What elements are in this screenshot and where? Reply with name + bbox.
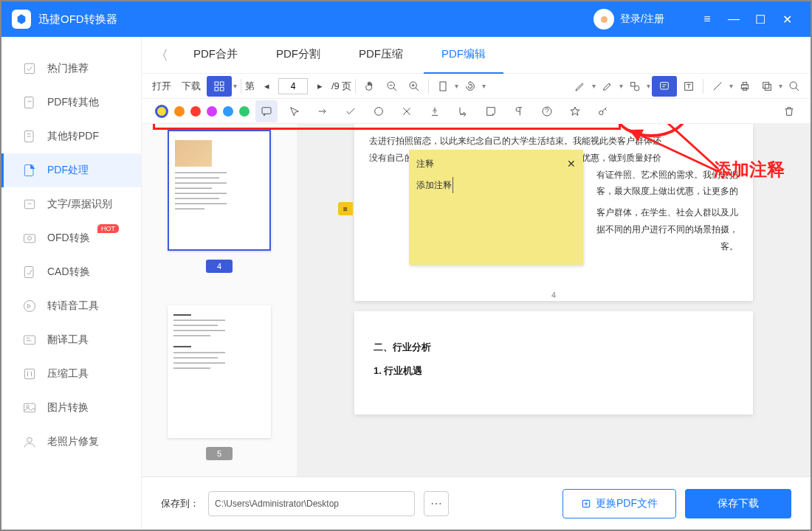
trash-icon[interactable] <box>778 100 800 122</box>
comment-icon[interactable] <box>255 100 278 122</box>
open-button[interactable]: 打开 <box>148 76 176 97</box>
sidebar-item-image[interactable]: 图片转换 <box>1 391 141 425</box>
circle-icon[interactable] <box>368 100 390 122</box>
rotate-icon[interactable] <box>460 76 481 97</box>
cross-icon[interactable] <box>396 100 418 122</box>
note-tool-icon[interactable] <box>652 76 677 97</box>
sidebar-item-ocr[interactable]: 文字/票据识别 <box>1 187 141 221</box>
help-icon[interactable] <box>536 100 558 122</box>
color-blue[interactable] <box>223 106 233 117</box>
tab-edit[interactable]: PDF编辑 <box>424 37 503 74</box>
svg-rect-31 <box>262 107 271 114</box>
tab-merge[interactable]: PDF合并 <box>176 37 255 74</box>
svg-rect-7 <box>24 267 33 278</box>
sidebar-item-ofd[interactable]: OFD转换HOT <box>1 221 141 255</box>
shapes-icon[interactable] <box>625 76 645 97</box>
sidebar-item-label: 翻译工具 <box>47 333 89 347</box>
download-button[interactable]: 下载 <box>177 76 205 97</box>
tab-compress[interactable]: PDF压缩 <box>341 37 421 74</box>
hand-tool-icon[interactable] <box>359 76 380 97</box>
svg-rect-25 <box>741 85 748 88</box>
pilcrow-icon[interactable] <box>508 100 530 122</box>
thumbnail-4[interactable]: ▬▬▬▬▬▬▬▬▬▬▬▬▬▬▬▬▬▬▬▬▬▬▬▬▬▬▬▬▬▬▬▬▬▬▬▬▬▬▬▬… <box>168 130 271 251</box>
page-number: 4 <box>354 286 753 301</box>
check-icon[interactable] <box>340 100 362 122</box>
change-pdf-button[interactable]: 更换PDF文件 <box>562 489 676 518</box>
color-orange[interactable] <box>174 106 185 117</box>
color-magenta[interactable] <box>207 106 217 117</box>
tabs: 〈 PDF合并 PDF分割 PDF压缩 PDF编辑 <box>142 37 811 74</box>
sidebar-item-cad[interactable]: CAD转换 <box>1 255 141 289</box>
color-red[interactable] <box>190 106 201 117</box>
sidebar-item-pdf-process[interactable]: PDF处理 <box>1 153 141 187</box>
svg-point-34 <box>599 111 603 114</box>
svg-rect-17 <box>220 87 224 91</box>
avatar-icon[interactable] <box>593 9 614 30</box>
svg-rect-28 <box>765 84 771 90</box>
thumbnail-5[interactable]: ▬▬▬▬▬▬▬▬▬▬▬▬▬▬▬▬▬▬▬▬▬▬▬▬▬▬▬▬▬▬▬▬▬▬▬▬▬▬▬▬… <box>168 305 271 438</box>
sidebar-item-pdf-to[interactable]: PDF转其他 <box>1 86 141 119</box>
back-icon[interactable]: 〈 <box>151 46 173 64</box>
tab-split[interactable]: PDF分割 <box>258 37 338 74</box>
key-icon[interactable] <box>592 100 614 122</box>
sidebar-item-translate[interactable]: 翻译工具 <box>1 323 141 357</box>
svg-rect-5 <box>24 235 35 243</box>
main-toolbar: 打开 下载 ▾ 第 ◂ ▸ /9 页 ▾ ▾ ▾ ▾ ▾ <box>142 74 811 99</box>
sidebar-item-restore[interactable]: 老照片修复 <box>1 425 141 459</box>
next-page-icon[interactable]: ▸ <box>309 76 330 97</box>
sidebar-item-label: OFD转换 <box>47 232 90 245</box>
sidebar: 热门推荐 PDF转其他 其他转PDF PDF处理 文字/票据识别 OFD转换HO… <box>1 37 142 530</box>
newpara-icon[interactable] <box>452 100 474 122</box>
insert-icon[interactable] <box>424 100 446 122</box>
save-download-button[interactable]: 保存下载 <box>685 489 791 518</box>
sidebar-item-label: 文字/票据识别 <box>47 198 112 211</box>
search-icon[interactable] <box>784 76 805 97</box>
svg-rect-1 <box>24 97 33 108</box>
sidebar-item-to-pdf[interactable]: 其他转PDF <box>1 119 141 153</box>
app-logo <box>12 10 31 29</box>
note-marker-icon[interactable]: ≡ <box>338 202 353 215</box>
star-icon[interactable] <box>564 100 586 122</box>
page-5: 二、行业分析 1. 行业机遇 <box>354 311 753 414</box>
sidebar-item-label: CAD转换 <box>47 266 90 279</box>
zoom-out-icon[interactable] <box>382 76 402 97</box>
sidebar-item-hot[interactable]: 热门推荐 <box>1 52 141 86</box>
close-icon[interactable]: ✕ <box>774 6 800 32</box>
thumbnails-toggle[interactable] <box>207 76 232 97</box>
color-yellow[interactable] <box>155 105 168 118</box>
save-path-input[interactable]: C:\Users\Administrator\Desktop <box>208 491 415 516</box>
svg-rect-4 <box>24 200 34 209</box>
minimize-icon[interactable]: — <box>720 6 747 32</box>
browse-button[interactable]: ⋯ <box>424 491 449 516</box>
maximize-icon[interactable]: ☐ <box>747 6 774 32</box>
sticky-icon[interactable] <box>480 100 502 122</box>
svg-rect-14 <box>215 82 219 86</box>
zoom-in-icon[interactable] <box>404 76 424 97</box>
sticky-close-icon[interactable]: ✕ <box>567 154 576 174</box>
svg-point-22 <box>634 86 639 91</box>
svg-point-13 <box>27 437 32 442</box>
sticky-note[interactable]: 注释 ✕ 添加注释 <box>409 150 583 265</box>
svg-rect-9 <box>24 336 35 344</box>
fit-page-icon[interactable] <box>433 76 453 97</box>
sidebar-item-label: 图片转换 <box>47 401 89 414</box>
color-green[interactable] <box>239 106 250 117</box>
sidebar-item-compress[interactable]: 压缩工具 <box>1 357 141 391</box>
page-input[interactable] <box>278 78 308 94</box>
cursor-icon[interactable] <box>283 100 306 122</box>
pen-icon[interactable] <box>570 76 591 97</box>
menu-icon[interactable]: ≡ <box>694 6 720 32</box>
print-icon[interactable] <box>734 76 755 97</box>
sticky-body[interactable]: 添加注释 <box>416 177 453 194</box>
svg-rect-26 <box>743 82 746 84</box>
arrow-icon[interactable] <box>312 100 334 122</box>
thumbnail-panel: ▬▬▬▬▬▬▬▬▬▬▬▬▬▬▬▬▬▬▬▬▬▬▬▬▬▬▬▬▬▬▬▬▬▬▬▬▬▬▬▬… <box>142 124 297 476</box>
login-link[interactable]: 登录/注册 <box>620 13 664 26</box>
text-box-icon[interactable] <box>678 76 699 97</box>
highlight-icon[interactable] <box>597 76 618 97</box>
copy-icon[interactable] <box>757 76 777 97</box>
sidebar-item-audio[interactable]: 转语音工具 <box>1 289 141 323</box>
page-viewport[interactable]: ≡ 去进行拍照留恋，以此来纪念自己的大学生活结束。我能视此类客户群体还 没有自己… <box>297 124 811 476</box>
line-icon[interactable] <box>707 76 728 97</box>
prev-page-icon[interactable]: ◂ <box>256 76 277 97</box>
